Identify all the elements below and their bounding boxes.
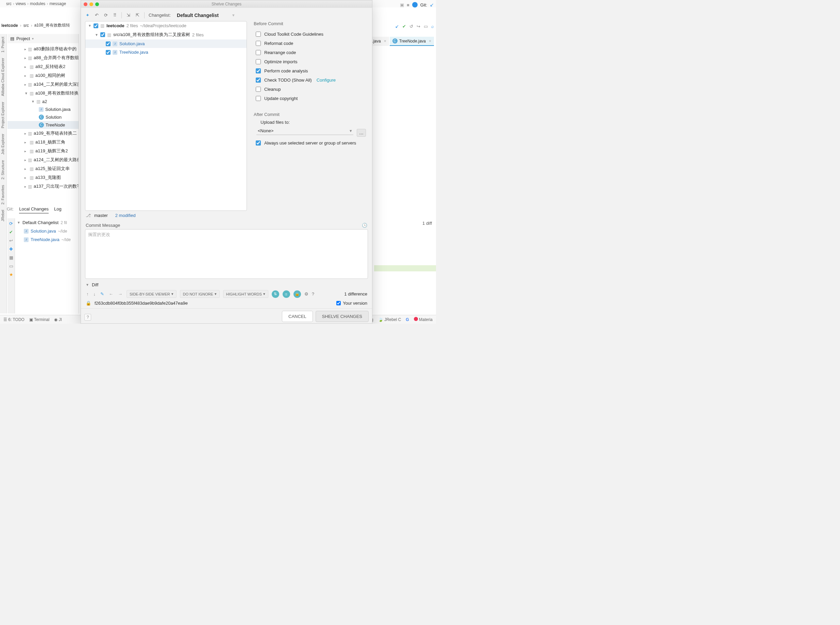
dialog-help-button[interactable]: ? <box>84 314 91 321</box>
rollback-icon[interactable]: ✦ <box>85 12 90 19</box>
next-diff-icon[interactable]: ↓ <box>93 291 96 297</box>
commit-option[interactable]: Cleanup <box>254 85 366 94</box>
always-use-server[interactable]: Always use selected server or group of s… <box>254 138 366 148</box>
history-icon[interactable]: 🕓 <box>362 223 367 228</box>
diff-section-heading[interactable]: ▼Diff <box>85 279 368 288</box>
commit-option[interactable]: Rearrange code <box>254 48 366 57</box>
tree-item[interactable]: ▸▥a109_有序链表转换二 <box>8 129 79 138</box>
upload-select[interactable]: <None> ▾ <box>257 127 353 135</box>
tree-file[interactable]: J Solution.java <box>86 39 247 48</box>
tree-dir[interactable]: ▼ ▥ src/a108_将有效数组转换为二叉搜索树 2 files <box>86 30 247 39</box>
tree-item[interactable]: ▸▥a137_只出现一次的数字 <box>8 182 79 191</box>
more-button[interactable]: … <box>357 129 366 137</box>
vtab-project[interactable]: 1: Project <box>0 34 5 55</box>
edit-icon[interactable]: ✎ <box>100 291 105 297</box>
vtab-aliyun[interactable]: Alibaba Cloud Explorer <box>0 55 5 99</box>
vtab-jrebel[interactable]: JRebel <box>0 207 5 224</box>
default-changelist-row[interactable]: ▼ Default Changelist 2 fil <box>15 218 78 227</box>
tree-file[interactable]: J TreeNode.java <box>86 48 247 56</box>
highlight-select[interactable]: HIGHLIGHT WORDS▾ <box>223 290 268 298</box>
shelve-button[interactable]: SHELVE CHANGES <box>316 311 369 322</box>
terminal-toolwindow[interactable]: ▣ Terminal <box>29 317 49 322</box>
star-icon[interactable]: ★ <box>9 272 13 277</box>
checkbox[interactable] <box>256 32 261 37</box>
tree-item[interactable]: JSolution.java <box>8 106 79 113</box>
checkbox[interactable] <box>256 96 261 101</box>
patch-icon[interactable]: ▦ <box>9 255 13 260</box>
vtab-job-explorer[interactable]: Job Explorer <box>0 131 5 157</box>
tab-local-changes[interactable]: Local Changes <box>19 207 49 213</box>
your-version-checkbox[interactable] <box>336 301 341 305</box>
changelist-dropdown[interactable]: Default Changelist <box>177 12 219 18</box>
shelve-icon[interactable]: ▭ <box>424 24 428 29</box>
jrebel-status[interactable]: ◉ JI <box>54 317 62 322</box>
refresh-icon[interactable]: ⟳ <box>103 12 109 19</box>
tree-item[interactable]: ▼▥a2 <box>8 98 79 106</box>
editor-tab-treenode[interactable]: C TreeNode.java × <box>390 37 434 46</box>
gear-icon[interactable]: ⚙ <box>304 291 308 297</box>
changed-file[interactable]: J Solution.java ~/Ide <box>15 227 78 235</box>
git-update-icon[interactable]: ↙ <box>430 2 434 8</box>
commit-option[interactable]: Cloud Toolkit Code Guidelines <box>254 30 366 39</box>
todo-toolwindow[interactable]: ☰ 6: TODO <box>3 317 25 322</box>
tree-item[interactable]: ▸▥a83删除排序链表中的 <box>8 45 79 53</box>
checkbox[interactable] <box>256 50 261 55</box>
lock-icon[interactable]: 🔒 <box>294 291 301 298</box>
modified-link[interactable]: 2 modified <box>115 213 136 218</box>
tree-item[interactable]: ▸▥a133_克隆图 <box>8 173 79 182</box>
history-icon[interactable]: ↺ <box>409 24 413 29</box>
tree-item[interactable]: ▸▥a119_杨辉三角2 <box>8 146 79 155</box>
commit-option[interactable]: Optimize imports <box>254 57 366 66</box>
tree-root[interactable]: ▼ ▥ leetcode 2 files ~/IdeaProjects/leet… <box>86 22 247 30</box>
checkbox[interactable] <box>106 42 110 46</box>
undo-icon[interactable]: ↶ <box>94 12 99 19</box>
stop-icon[interactable]: ■ <box>407 2 409 8</box>
revert-icon[interactable]: ↪ <box>417 24 420 29</box>
google-icon[interactable]: G <box>406 317 409 322</box>
checkbox[interactable] <box>256 140 261 146</box>
checkbox[interactable] <box>106 50 110 55</box>
project-header[interactable]: ▤ Project ▾ <box>8 34 79 43</box>
checkbox[interactable] <box>93 23 98 28</box>
checkbox[interactable] <box>256 68 261 73</box>
search-icon[interactable]: ⌕ <box>431 24 434 29</box>
collapse-icon[interactable]: ⇱ <box>135 12 140 19</box>
group-icon[interactable]: ⠿ <box>112 12 117 19</box>
tree-item[interactable]: ▸▥a125_验证回文串 <box>8 164 79 173</box>
cloud-icon[interactable]: ▣ <box>400 2 404 8</box>
chevron-down-icon[interactable]: ▾ <box>232 12 235 18</box>
jrebel-console[interactable]: 🍃 JRebel C <box>378 317 401 322</box>
git-push-icon[interactable]: ↙ <box>395 24 399 29</box>
chevron-down-icon[interactable]: ▾ <box>32 37 34 40</box>
refresh-icon[interactable]: ⟳ <box>9 221 13 226</box>
commit-message-input[interactable]: 搁置的更改 <box>85 229 368 279</box>
ignore-select[interactable]: DO NOT IGNORE▾ <box>180 290 220 298</box>
tree-item[interactable]: ▸▥a92_反转链表2 <box>8 62 79 71</box>
revert-icon[interactable]: ↩ <box>9 238 13 243</box>
commit-option[interactable]: Check TODO (Show All)Configure <box>254 76 366 85</box>
checkbox[interactable] <box>256 78 261 82</box>
vtab-project-explorer[interactable]: Project Explorer <box>0 99 5 131</box>
tree-item[interactable]: ▸▥a104_二叉树的最大深度 <box>8 80 79 89</box>
tree-item[interactable]: ▸▥a118_杨辉三角 <box>8 138 79 146</box>
forward-icon[interactable]: → <box>117 291 123 297</box>
close-icon[interactable]: × <box>429 39 431 44</box>
commit-option[interactable]: Update copyright <box>254 94 366 103</box>
close-icon[interactable]: × <box>384 39 386 44</box>
commit-option[interactable]: Reformat code <box>254 39 366 48</box>
configure-link[interactable]: Configure <box>317 78 336 82</box>
plus-icon[interactable]: ✚ <box>9 247 13 252</box>
help-icon[interactable]: ? <box>312 291 314 297</box>
tree-item[interactable]: CSolution <box>8 113 79 121</box>
vtab-favorites[interactable]: 2: Favorites <box>0 182 5 207</box>
vtab-structure[interactable]: 2: Structure <box>0 157 5 182</box>
window-controls[interactable] <box>84 2 99 6</box>
material-status[interactable]: Materia <box>414 317 432 322</box>
expand-icon[interactable]: ⇲ <box>126 12 131 19</box>
commit-check-icon[interactable]: ✔ <box>402 24 406 29</box>
back-icon[interactable]: ← <box>108 291 114 297</box>
checkbox[interactable] <box>256 41 261 46</box>
checkbox[interactable] <box>256 87 261 92</box>
prev-diff-icon[interactable]: ↑ <box>86 291 89 297</box>
shelf-icon[interactable]: ▭ <box>9 264 13 269</box>
